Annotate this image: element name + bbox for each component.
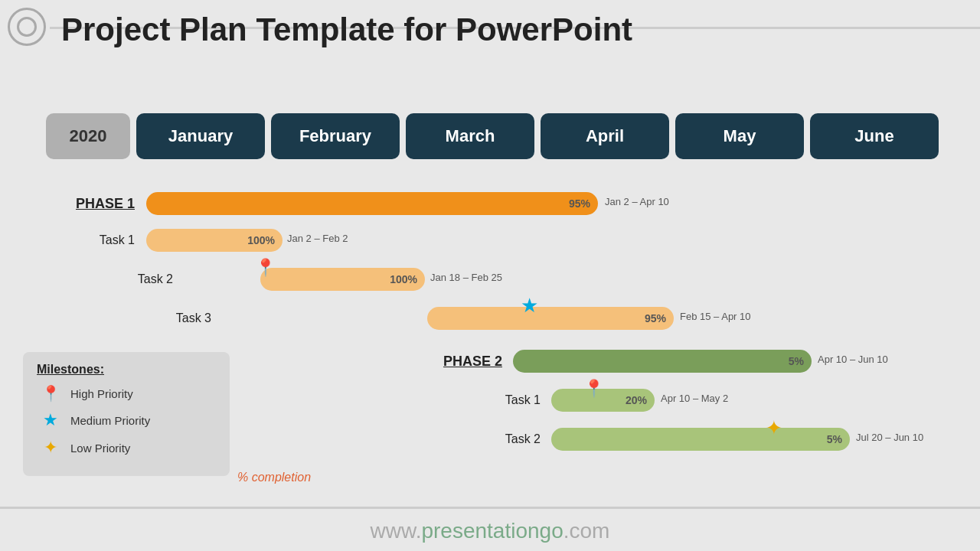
month-may: May bbox=[675, 113, 804, 159]
month-april: April bbox=[541, 113, 669, 159]
bottom-bar-decoration bbox=[0, 507, 980, 509]
phase1-task2-bar: 100% bbox=[260, 268, 425, 291]
footer-tld: .com bbox=[564, 519, 610, 543]
top-left-decoration bbox=[8, 8, 46, 46]
phase1-label: PHASE 1 bbox=[46, 196, 145, 212]
phase1-task1-bar: 100% bbox=[146, 229, 283, 252]
phase2-bar: 5% bbox=[513, 350, 812, 373]
phase1-dates: Jan 2 – Apr 10 bbox=[605, 196, 980, 207]
month-march: March bbox=[406, 113, 534, 159]
year-label: 2020 bbox=[46, 113, 130, 159]
phase1-bar: 95% bbox=[146, 192, 598, 215]
high-priority-milestone-2: 📍 bbox=[583, 379, 604, 399]
phase1-task1-dates: Jan 2 – Feb 2 bbox=[287, 233, 348, 244]
phase1-task3-label: Task 3 bbox=[46, 311, 222, 325]
legend-item-high: 📍 High Priority bbox=[37, 384, 216, 403]
month-february: February bbox=[271, 113, 400, 159]
phase1-task3-bar: 95% bbox=[427, 307, 674, 330]
phase1-task1-label: Task 1 bbox=[46, 233, 145, 247]
phase2-dates: Apr 10 – Jun 10 bbox=[818, 354, 888, 365]
legend-item-low: ✦ Low Priority bbox=[37, 438, 216, 458]
legend-title: Milestones: bbox=[37, 363, 216, 377]
low-priority-icon: ✦ bbox=[37, 438, 64, 458]
high-priority-milestone-1: 📍 bbox=[255, 258, 276, 278]
low-priority-label: Low Priority bbox=[70, 442, 130, 455]
phase1-task3-dates: Feb 15 – Apr 10 bbox=[680, 311, 751, 322]
legend-item-medium: ★ Medium Priority bbox=[37, 410, 216, 430]
phase1-task2-label: Task 2 bbox=[46, 272, 184, 286]
footer-domain: presentationgo bbox=[421, 519, 563, 543]
high-priority-label: High Priority bbox=[70, 387, 133, 400]
low-priority-milestone-1: ✦ bbox=[766, 416, 782, 440]
legend-box: Milestones: 📍 High Priority ★ Medium Pri… bbox=[23, 352, 230, 476]
phase1-task2-dates: Jan 18 – Feb 25 bbox=[430, 272, 502, 283]
page-title: Project Plan Template for PowerPoint bbox=[61, 11, 632, 48]
month-january: January bbox=[136, 113, 265, 159]
medium-priority-label: Medium Priority bbox=[70, 414, 150, 427]
phase2-task1-dates: Apr 10 – May 2 bbox=[661, 393, 728, 404]
high-priority-icon: 📍 bbox=[37, 384, 64, 403]
phase2-task2-dates: Jul 20 – Jun 10 bbox=[856, 432, 923, 443]
medium-priority-milestone-1: ★ bbox=[521, 294, 538, 318]
completion-note: % completion bbox=[237, 471, 311, 484]
months-row: 2020 January February March April May Ju… bbox=[46, 113, 945, 159]
month-june: June bbox=[810, 113, 939, 159]
phase2-task2-bar: 5% bbox=[551, 428, 850, 451]
footer-www: www. bbox=[371, 519, 422, 543]
footer: www.presentationgo.com bbox=[0, 519, 980, 543]
medium-priority-icon: ★ bbox=[37, 410, 64, 430]
